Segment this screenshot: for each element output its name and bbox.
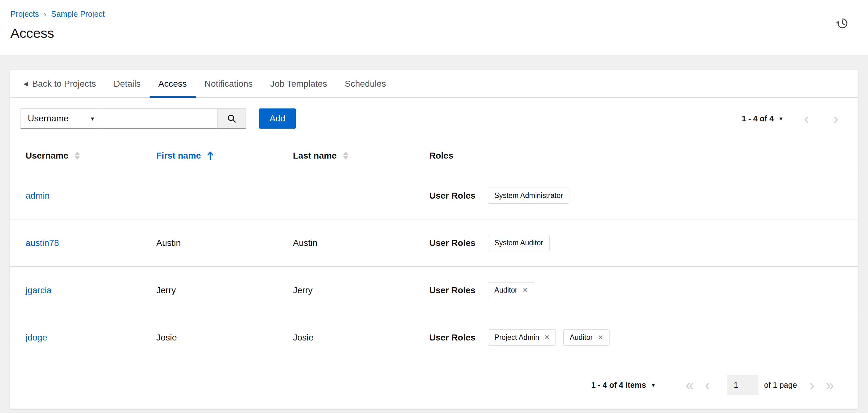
last-page-button[interactable]: »	[822, 378, 838, 392]
tab-schedules[interactable]: Schedules	[336, 70, 395, 97]
add-button[interactable]: Add	[259, 108, 296, 129]
username-link[interactable]: jgarcia	[26, 285, 156, 296]
first-name-cell: Josie	[156, 333, 293, 343]
tab-notifications[interactable]: Notifications	[196, 70, 262, 97]
table-row: jdoge Josie Josie User Roles Project Adm…	[10, 314, 858, 361]
column-header-username[interactable]: Username	[26, 151, 156, 161]
next-page-button[interactable]: ›	[831, 111, 841, 126]
last-name-cell: Austin	[293, 238, 429, 248]
first-name-cell: Jerry	[156, 285, 293, 296]
user-roles-label: User Roles	[429, 238, 475, 248]
items-range-label: 1 - 4 of 4 items	[591, 381, 646, 390]
next-page-button[interactable]: ›	[806, 378, 818, 392]
tab-bar: ◀ Back to Projects Details Access Notifi…	[10, 70, 858, 98]
items-range-label: 1 - 4 of 4	[742, 114, 774, 123]
user-roles-label: User Roles	[429, 285, 475, 296]
role-chip-label: System Auditor	[494, 239, 543, 247]
first-page-button[interactable]: «	[682, 378, 698, 392]
column-label: Username	[26, 151, 68, 161]
prev-page-button[interactable]: ‹	[701, 378, 713, 392]
toolbar: Username ▾ Add 1 - 4 of 4 ▾ ‹ ›	[10, 98, 858, 139]
role-chip-label: System Administrator	[494, 192, 563, 200]
search-icon	[227, 114, 237, 123]
items-per-page-dropdown[interactable]: 1 - 4 of 4 items ▾	[591, 381, 655, 390]
chevron-down-icon: ▾	[779, 115, 782, 122]
breadcrumb-link-projects[interactable]: Projects	[10, 9, 39, 19]
search-button[interactable]	[217, 108, 246, 129]
role-chip: Auditor ×	[488, 282, 534, 298]
sort-icon	[74, 151, 80, 160]
tab-details[interactable]: Details	[105, 70, 150, 97]
tab-access[interactable]: Access	[150, 70, 196, 97]
filter-type-select[interactable]: Username ▾	[21, 108, 101, 129]
tab-label: Back to Projects	[32, 79, 96, 89]
column-header-last-name[interactable]: Last name	[293, 151, 429, 161]
table-row: admin User Roles System Administrator	[10, 172, 858, 219]
current-page-input[interactable]: 1	[727, 375, 758, 395]
roles-cell: User Roles Project Admin × Auditor ×	[429, 330, 858, 346]
access-panel: ◀ Back to Projects Details Access Notifi…	[10, 70, 858, 409]
page-header: Projects › Sample Project Access	[0, 0, 868, 55]
table-row: austin78 Austin Austin User Roles System…	[10, 219, 858, 267]
column-label: Last name	[293, 151, 337, 161]
breadcrumb-link-sample-project[interactable]: Sample Project	[51, 9, 105, 19]
chevron-down-icon: ▾	[652, 382, 655, 388]
table-row: jgarcia Jerry Jerry User Roles Auditor ×	[10, 267, 858, 314]
pagination-footer: 1 - 4 of 4 items ▾ « ‹ 1 of 1 page › »	[10, 361, 858, 409]
tab-job-templates[interactable]: Job Templates	[261, 70, 336, 97]
user-roles-label: User Roles	[429, 191, 475, 201]
last-name-cell: Jerry	[293, 285, 429, 296]
column-label: First name	[156, 151, 201, 161]
sort-ascending-icon	[207, 151, 214, 160]
search-input[interactable]	[101, 108, 218, 129]
username-link[interactable]: austin78	[26, 238, 156, 248]
role-chip: System Administrator	[488, 187, 569, 204]
sort-icon	[343, 151, 349, 160]
role-chip-label: Auditor	[494, 286, 517, 295]
last-name-cell: Josie	[293, 333, 429, 343]
username-link[interactable]: admin	[26, 191, 156, 201]
username-link[interactable]: jdoge	[26, 333, 156, 343]
role-chip-label: Auditor	[570, 333, 593, 342]
breadcrumb: Projects › Sample Project	[10, 9, 868, 19]
chevron-down-icon: ▾	[91, 115, 94, 122]
prev-page-button[interactable]: ‹	[801, 111, 812, 126]
user-roles-label: User Roles	[429, 333, 475, 343]
breadcrumb-separator-icon: ›	[43, 10, 46, 18]
page-count-label: of 1 page	[764, 381, 797, 390]
table-header-row: Username First name Last name Roles	[10, 139, 858, 172]
role-chip-label: Project Admin	[494, 333, 539, 342]
history-icon[interactable]	[836, 16, 850, 30]
column-header-first-name[interactable]: First name	[156, 151, 293, 161]
roles-cell: User Roles System Administrator	[429, 187, 858, 204]
tab-back-to-projects[interactable]: ◀ Back to Projects	[14, 70, 105, 97]
column-label: Roles	[429, 151, 453, 161]
items-range-dropdown[interactable]: 1 - 4 of 4 ▾	[742, 114, 782, 123]
first-name-cell: Austin	[156, 238, 293, 248]
column-header-roles: Roles	[429, 151, 858, 161]
filter-type-value: Username	[28, 113, 68, 124]
roles-cell: User Roles Auditor ×	[429, 282, 858, 298]
role-chip: Auditor ×	[563, 330, 610, 346]
back-caret-icon: ◀	[23, 81, 28, 87]
chip-close-icon[interactable]: ×	[545, 334, 550, 341]
page-title: Access	[10, 26, 868, 41]
roles-cell: User Roles System Auditor	[429, 235, 858, 251]
chip-close-icon[interactable]: ×	[598, 334, 603, 341]
role-chip: System Auditor	[488, 235, 550, 251]
role-chip: Project Admin ×	[488, 330, 556, 346]
chip-close-icon[interactable]: ×	[523, 287, 528, 294]
